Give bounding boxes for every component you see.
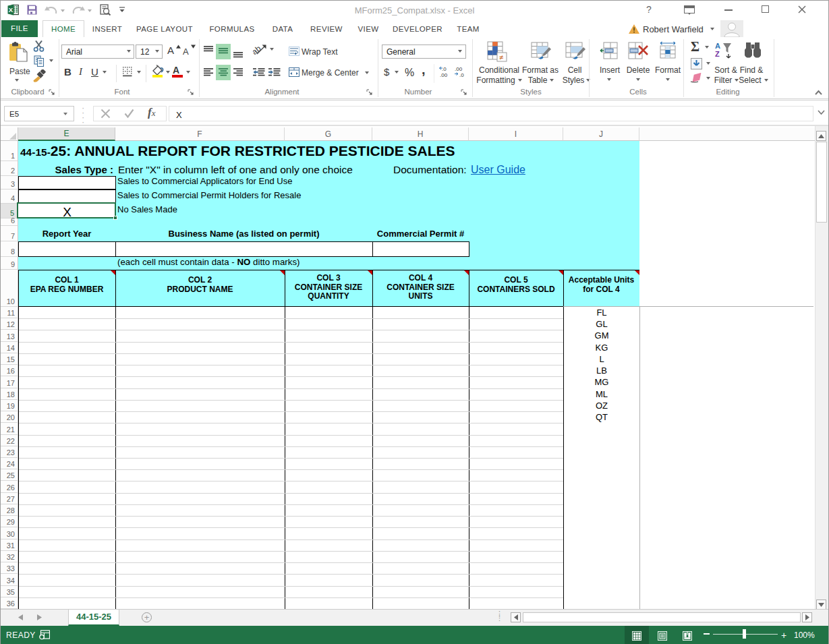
svg-text:A: A	[715, 42, 720, 50]
svg-text:ab: ab	[253, 44, 263, 57]
svg-text:.00: .00	[440, 72, 448, 78]
svg-text:Z: Z	[715, 50, 720, 58]
svg-text:X: X	[9, 6, 13, 13]
svg-text:≠: ≠	[499, 53, 503, 61]
svg-text:.0: .0	[459, 72, 464, 78]
